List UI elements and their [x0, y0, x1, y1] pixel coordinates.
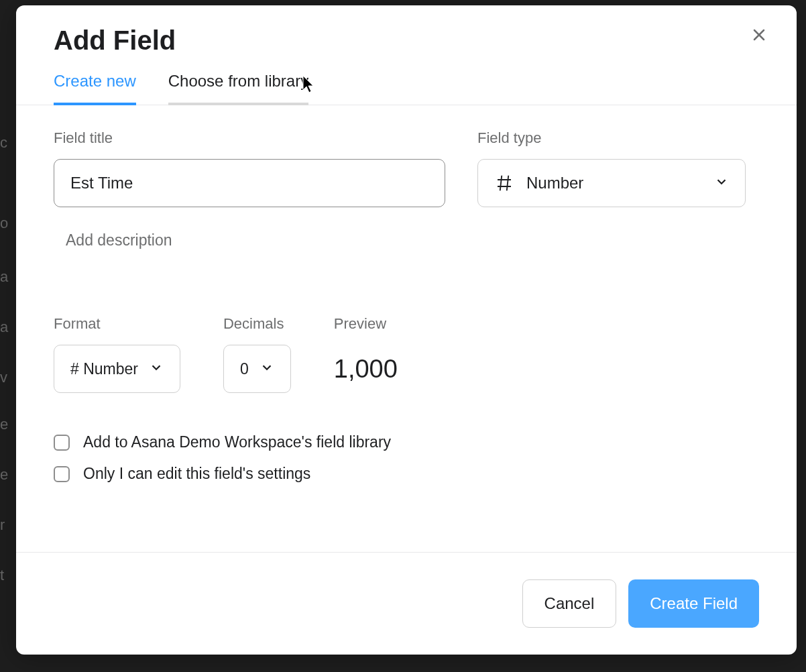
add-description-button[interactable]: Add description — [54, 223, 184, 258]
format-label: Format — [54, 315, 180, 333]
field-title-group: Field title — [54, 129, 445, 207]
format-select[interactable]: # Number — [54, 345, 180, 393]
modal-body: Field title Field type Number Add descri… — [16, 105, 797, 552]
modal-header: Add Field — [16, 5, 797, 72]
preview-group: Preview 1,000 — [334, 315, 398, 393]
preview-value: 1,000 — [334, 345, 398, 393]
checkbox-library-label: Add to Asana Demo Workspace's field libr… — [83, 433, 391, 451]
close-icon — [751, 27, 767, 43]
format-value: # Number — [70, 360, 138, 378]
format-group: Format # Number — [54, 315, 180, 393]
decimals-group: Decimals 0 — [223, 315, 291, 393]
decimals-value: 0 — [240, 360, 249, 378]
field-type-value: Number — [526, 174, 729, 192]
checkbox-row-library: Add to Asana Demo Workspace's field libr… — [54, 433, 759, 451]
chevron-down-icon — [260, 360, 274, 378]
hash-icon — [494, 173, 514, 193]
tab-choose-from-library[interactable]: Choose from library — [168, 72, 308, 105]
tab-create-new[interactable]: Create new — [54, 72, 136, 105]
tabs: Create new Choose from library — [16, 72, 797, 105]
field-type-label: Field type — [477, 129, 746, 147]
create-field-button[interactable]: Create Field — [628, 579, 759, 628]
preview-label: Preview — [334, 315, 398, 333]
chevron-down-icon — [714, 174, 729, 192]
close-button[interactable] — [748, 24, 770, 46]
chevron-down-icon — [149, 360, 164, 378]
decimals-label: Decimals — [223, 315, 291, 333]
checkbox-group: Add to Asana Demo Workspace's field libr… — [54, 433, 759, 483]
decimals-select[interactable]: 0 — [223, 345, 291, 393]
checkbox-only-edit-label: Only I can edit this field's settings — [83, 465, 310, 483]
modal-title: Add Field — [54, 25, 759, 56]
cancel-button[interactable]: Cancel — [522, 579, 617, 628]
field-type-select[interactable]: Number — [477, 159, 746, 207]
field-type-group: Field type Number — [477, 129, 746, 207]
checkbox-only-i-can-edit[interactable] — [54, 466, 70, 482]
checkbox-add-to-library[interactable] — [54, 435, 70, 451]
field-title-input[interactable] — [54, 159, 445, 207]
modal-footer: Cancel Create Field — [16, 552, 797, 655]
checkbox-row-only-edit: Only I can edit this field's settings — [54, 465, 759, 483]
add-field-modal: Add Field Create new Choose from library… — [16, 5, 797, 655]
field-title-label: Field title — [54, 129, 445, 147]
